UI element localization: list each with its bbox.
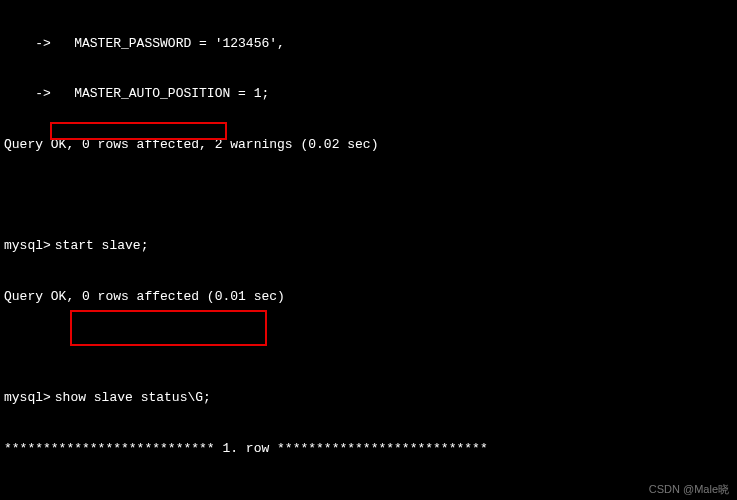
command-start-slave: start slave; — [55, 238, 149, 255]
mysql-prompt: mysql> — [4, 390, 55, 407]
blank-line — [4, 340, 733, 357]
watermark-text: CSDN @Male晓 — [649, 482, 729, 496]
row-separator: *************************** 1. row *****… — [4, 441, 733, 458]
mysql-prompt: mysql> — [4, 238, 55, 255]
output-line: Query OK, 0 rows affected (0.01 sec) — [4, 289, 733, 306]
blank-line — [4, 188, 733, 205]
command-show-slave-status: show slave status\G; — [55, 390, 211, 407]
output-line: Query OK, 0 rows affected, 2 warnings (0… — [4, 137, 733, 154]
terminal-output[interactable]: -> MASTER_PASSWORD = '123456', -> MASTER… — [4, 2, 733, 500]
command-line: mysql> start slave; — [4, 238, 733, 255]
command-line: mysql> show slave status\G; — [4, 390, 733, 407]
output-line: -> MASTER_AUTO_POSITION = 1; — [4, 86, 733, 103]
output-line: -> MASTER_PASSWORD = '123456', — [4, 36, 733, 53]
